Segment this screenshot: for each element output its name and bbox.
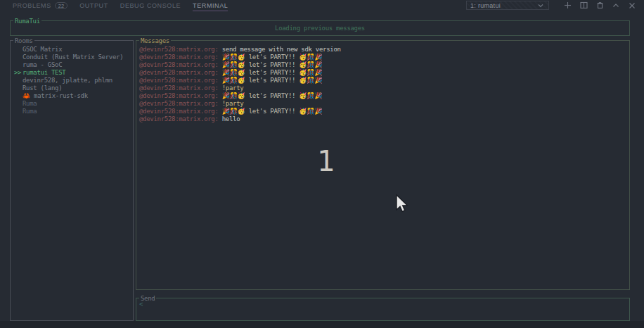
message-text: 🎉🎊🥳 let's PARTY!! 🥳🎊🎉 (222, 53, 322, 61)
message-row: @devinr528:matrix.org: !party (139, 100, 629, 108)
room-list-item[interactable]: GSOC Matrix (11, 46, 133, 53)
room-list-item[interactable]: ruma - GSoC (11, 61, 133, 69)
rooms-list: GSOC Matrix Conduit (Rust Matrix Server)… (11, 41, 133, 115)
selected-room-marker (11, 84, 22, 92)
plus-icon (564, 1, 572, 9)
message-sender: @devinr528:matrix.org: (139, 108, 219, 115)
room-list-item[interactable]: Conduit (Rust Matrix Server) (11, 53, 133, 61)
message-row: @devinr528:matrix.org: 🎉🎊🥳 let's PARTY!!… (139, 92, 629, 100)
loading-status-text: Loading previous messages (11, 21, 629, 35)
room-name: rumatui TEST (22, 69, 65, 77)
close-icon (629, 2, 636, 9)
messages-panel-title: Messages (139, 37, 171, 44)
tab-debug-console-label: DEBUG CONSOLE (120, 2, 181, 9)
split-terminal-button[interactable] (579, 1, 588, 11)
tab-terminal[interactable]: TERMINAL (193, 1, 228, 11)
message-text: 🎉🎊🥳 let's PARTY!! 🥳🎊🎉 (222, 77, 322, 84)
room-name: GSOC Matrix (22, 46, 62, 53)
room-list-item[interactable]: devinr528, jplatte, phlmn (11, 77, 133, 84)
message-row: @devinr528:matrix.org: 🎉🎊🥳 let's PARTY!!… (139, 69, 629, 77)
send-input-value[interactable]: < (136, 298, 629, 308)
panel-tabbar: PROBLEMS 22 OUTPUT DEBUG CONSOLE TERMINA… (0, 0, 644, 11)
room-list-item[interactable]: Ruma (11, 108, 133, 115)
message-row: @devinr528:matrix.org: 🎉🎊🥳 let's PARTY!!… (139, 53, 629, 61)
selected-room-marker (11, 77, 22, 84)
message-text: send message with new sdk version (222, 46, 341, 53)
message-sender: @devinr528:matrix.org: (139, 77, 219, 84)
message-sender: @devinr528:matrix.org: (139, 92, 219, 99)
messages-panel: Messages @devinr528:matrix.org: send mes… (136, 40, 630, 290)
rooms-panel-title: Rooms (13, 37, 34, 44)
room-name: Ruma (22, 100, 37, 108)
room-name: devinr528, jplatte, phlmn (22, 77, 112, 84)
message-list: @devinr528:matrix.org: send message with… (136, 41, 629, 123)
message-sender: @devinr528:matrix.org: (139, 84, 219, 92)
selected-room-marker (11, 61, 22, 69)
message-text: !party (222, 100, 244, 107)
tab-debug-console[interactable]: DEBUG CONSOLE (120, 1, 181, 11)
vscode-terminal-panel: PROBLEMS 22 OUTPUT DEBUG CONSOLE TERMINA… (0, 0, 644, 328)
selected-room-marker: >> (11, 69, 22, 77)
message-row: @devinr528:matrix.org: !party (139, 84, 629, 92)
terminal-instance-label: 1: rumatui (470, 2, 536, 9)
room-name: Ruma (22, 108, 37, 115)
message-text: 🎉🎊🥳 let's PARTY!! 🥳🎊🎉 (222, 108, 322, 115)
selected-room-marker (11, 108, 22, 115)
tab-problems[interactable]: PROBLEMS 22 (13, 1, 67, 11)
message-text: hello (222, 115, 240, 122)
trash-icon (596, 1, 604, 9)
send-input-panel[interactable]: Send < (136, 298, 630, 321)
room-list-item-selected[interactable]: >>rumatui TEST (11, 69, 133, 77)
selected-room-marker (11, 53, 22, 61)
room-list-item[interactable]: Ruma (11, 100, 133, 108)
message-row: @devinr528:matrix.org: hello (139, 115, 629, 123)
message-sender: @devinr528:matrix.org: (139, 61, 219, 68)
rumatui-banner-box: RumaTui Loading previous messages (10, 20, 630, 36)
new-terminal-button[interactable] (562, 1, 572, 11)
panel-actions: 1: rumatui (466, 0, 637, 11)
room-list-item[interactable]: 🦀 matrix-rust-sdk (11, 92, 133, 100)
maximize-panel-button[interactable] (611, 1, 621, 11)
panel-bottom-strip (0, 321, 644, 328)
message-sender: @devinr528:matrix.org: (139, 115, 219, 122)
tab-terminal-label: TERMINAL (193, 2, 228, 9)
tab-problems-label: PROBLEMS (13, 2, 51, 9)
selected-room-marker (11, 100, 22, 108)
room-list-item[interactable]: Rust (lang) (11, 84, 133, 92)
room-name: Rust (lang) (22, 84, 62, 92)
send-panel-title: Send (139, 295, 156, 302)
room-name: ruma - GSoC (22, 61, 62, 69)
app-title: RumaTui (13, 18, 41, 25)
rooms-panel: Rooms GSOC Matrix Conduit (Rust Matrix S… (10, 40, 134, 321)
split-icon (580, 1, 588, 9)
message-text: 🎉🎊🥳 let's PARTY!! 🥳🎊🎉 (222, 61, 322, 68)
tab-output[interactable]: OUTPUT (79, 1, 108, 11)
message-row: @devinr528:matrix.org: 🎉🎊🥳 let's PARTY!!… (139, 61, 629, 69)
kill-terminal-button[interactable] (595, 1, 605, 11)
room-name: Conduit (Rust Matrix Server) (22, 53, 123, 61)
chevron-down-icon (536, 1, 546, 11)
terminal-instance-select[interactable]: 1: rumatui (466, 1, 549, 10)
message-row: @devinr528:matrix.org: 🎉🎊🥳 let's PARTY!!… (139, 77, 629, 84)
message-text: !party (222, 84, 244, 92)
chevron-up-icon (612, 2, 619, 9)
message-text: 🎉🎊🥳 let's PARTY!! 🥳🎊🎉 (222, 69, 322, 76)
message-sender: @devinr528:matrix.org: (139, 53, 219, 61)
message-row: @devinr528:matrix.org: 🎉🎊🥳 let's PARTY!!… (139, 108, 629, 115)
selected-room-marker (11, 46, 22, 53)
selected-room-marker (11, 92, 22, 100)
tab-output-label: OUTPUT (79, 2, 108, 9)
problems-count-badge: 22 (55, 2, 67, 9)
message-sender: @devinr528:matrix.org: (139, 100, 219, 107)
close-panel-button[interactable] (627, 1, 637, 11)
message-row: @devinr528:matrix.org: send message with… (139, 46, 629, 53)
message-sender: @devinr528:matrix.org: (139, 69, 219, 76)
message-sender: @devinr528:matrix.org: (139, 46, 219, 53)
message-text: 🎉🎊🥳 let's PARTY!! 🥳🎊🎉 (222, 92, 322, 99)
room-name: 🦀 matrix-rust-sdk (22, 92, 88, 100)
